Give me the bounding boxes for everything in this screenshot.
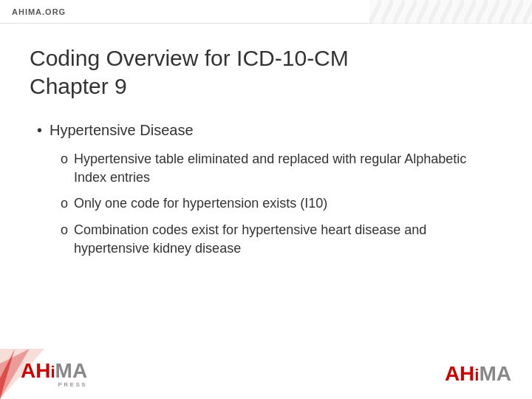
sub-bullet-marker-3: o	[61, 221, 68, 239]
sub-bullet-text-1: Hypertensive table eliminated and replac…	[74, 150, 502, 187]
footer-right-ma: MA	[479, 362, 511, 385]
footer-logo-i: i	[50, 364, 55, 381]
sub-bullet-2: o Only one code for hypertension exists …	[61, 194, 502, 213]
footer-logo-ma: MA	[55, 361, 88, 381]
sub-bullet-text-2: Only one code for hypertension exists (I…	[74, 194, 327, 213]
slide-title: Coding Overview for ICD-10-CM Chapter 9	[30, 44, 502, 100]
footer-logo-ah: AH	[21, 361, 50, 381]
bullet-section: • Hypertensive Disease o Hypertensive ta…	[37, 120, 502, 258]
top-bar: AHIMA.ORG	[0, 0, 532, 24]
sub-bullet-marker-2: o	[61, 194, 68, 213]
bullet-dot: •	[37, 120, 42, 140]
footer-left-logo: AHiMA PRESS	[21, 361, 87, 388]
main-bullet-text: Hypertensive Disease	[50, 120, 194, 140]
sub-bullet-1: o Hypertensive table eliminated and repl…	[61, 150, 502, 187]
main-bullet: • Hypertensive Disease	[37, 120, 502, 140]
footer-press-label: PRESS	[58, 381, 88, 388]
footer-right-ah: AH	[445, 362, 474, 385]
footer-right-logo: AHiMA	[445, 362, 511, 386]
title-line2: Chapter 9	[30, 74, 127, 98]
org-label: AHIMA.ORG	[12, 7, 66, 16]
footer: AHiMA PRESS AHiMA	[0, 349, 532, 399]
sub-bullet-3: o Combination codes exist for hypertensi…	[61, 221, 502, 258]
sub-bullet-text-3: Combination codes exist for hypertensive…	[74, 221, 502, 258]
title-line1: Coding Overview for ICD-10-CM	[30, 46, 349, 70]
main-content: Coding Overview for ICD-10-CM Chapter 9 …	[0, 24, 532, 280]
sub-bullets: o Hypertensive table eliminated and repl…	[61, 150, 502, 258]
svg-rect-2	[369, 0, 532, 24]
header-stripe-decoration	[369, 0, 532, 24]
sub-bullet-marker-1: o	[61, 150, 68, 168]
